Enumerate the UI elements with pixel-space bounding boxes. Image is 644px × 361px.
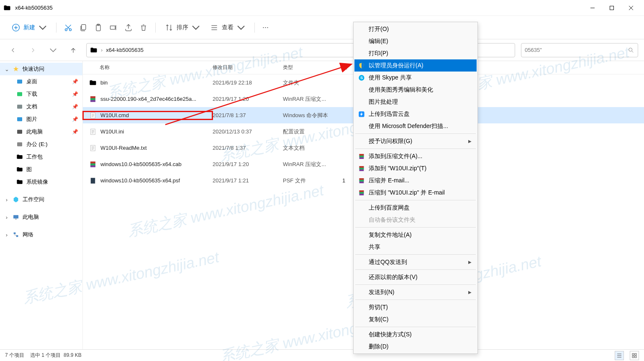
details-view-button[interactable] bbox=[615, 351, 624, 360]
menu-item[interactable]: 添加到 "W10UI.zip"(T) bbox=[354, 162, 477, 174]
menu-item[interactable]: 剪切(T) bbox=[354, 301, 477, 313]
svg-rect-34 bbox=[359, 156, 364, 157]
chevron-right-icon[interactable]: › bbox=[4, 232, 9, 238]
up-button[interactable] bbox=[66, 43, 80, 57]
chevron-down-icon[interactable]: ⌄ bbox=[4, 66, 9, 72]
large-icons-view-button[interactable] bbox=[630, 351, 639, 360]
svg-rect-43 bbox=[359, 192, 364, 194]
sidebar-item[interactable]: 桌面📌 bbox=[0, 75, 82, 88]
copy-button[interactable] bbox=[77, 21, 90, 34]
svg-rect-46 bbox=[635, 353, 636, 355]
menu-item[interactable]: 打开(O) bbox=[354, 23, 477, 35]
menu-item[interactable]: 授予访问权限(G)▶ bbox=[354, 135, 477, 147]
menu-item[interactable]: 上传到百度网盘 bbox=[354, 202, 477, 214]
menu-item[interactable]: 编辑(E) bbox=[354, 35, 477, 47]
pin-icon: 📌 bbox=[72, 91, 78, 97]
view-button[interactable]: 查看 bbox=[206, 21, 249, 34]
svg-rect-9 bbox=[17, 79, 22, 83]
minimize-button[interactable] bbox=[583, 1, 602, 15]
menu-item[interactable]: 复制(C) bbox=[354, 313, 477, 325]
column-name[interactable]: 名称 bbox=[83, 64, 213, 71]
svg-rect-26 bbox=[90, 161, 95, 164]
sidebar-item[interactable]: 图 bbox=[0, 163, 82, 176]
file-date: 2021/9/17 1:20 bbox=[213, 161, 283, 167]
menu-item[interactable]: 以管理员身份运行(A) bbox=[354, 59, 477, 72]
file-type: WinRAR 压缩文... bbox=[283, 161, 342, 168]
menu-item[interactable]: 删除(D) bbox=[354, 341, 477, 353]
menu-item[interactable]: 打印(P) bbox=[354, 47, 477, 59]
search-icon bbox=[628, 47, 634, 54]
menu-item[interactable]: 图片批处理 bbox=[354, 96, 477, 108]
file-date: 2021/9/17 1:20 bbox=[213, 96, 283, 102]
sidebar-item[interactable]: 此电脑📌 bbox=[0, 125, 82, 138]
breadcrumb[interactable]: x64-kb5005635 bbox=[106, 47, 144, 53]
search-input[interactable]: 05635" bbox=[521, 43, 638, 57]
svg-rect-36 bbox=[359, 166, 364, 168]
menu-item[interactable]: 共享 bbox=[354, 241, 477, 253]
menu-item[interactable]: 上传到迅雷云盘 bbox=[354, 108, 477, 120]
file-icon bbox=[89, 177, 97, 185]
menu-item[interactable]: 添加到压缩文件(A)... bbox=[354, 150, 477, 162]
svg-rect-15 bbox=[13, 215, 18, 218]
nav-bar: › x64-kb5005635 05635" bbox=[0, 39, 644, 61]
window-title: x64-kb5005635 bbox=[15, 5, 583, 11]
column-type[interactable]: 类型 bbox=[283, 64, 342, 71]
maximize-button[interactable] bbox=[602, 1, 621, 15]
trash-icon bbox=[139, 23, 148, 32]
paste-button[interactable] bbox=[92, 21, 105, 34]
menu-item[interactable]: 发送到(N)▶ bbox=[354, 286, 477, 298]
svg-rect-21 bbox=[90, 98, 95, 100]
sidebar-network[interactable]: › 网络 bbox=[0, 228, 82, 241]
file-type: WinRAR 压缩文... bbox=[283, 95, 342, 103]
sidebar-this-pc[interactable]: › 此电脑 bbox=[0, 211, 82, 223]
share-button[interactable] bbox=[122, 21, 135, 34]
menu-item[interactable]: 还原以前的版本(V) bbox=[354, 271, 477, 283]
skype-icon: S bbox=[358, 74, 365, 82]
svg-rect-4 bbox=[82, 24, 86, 30]
back-button[interactable] bbox=[6, 43, 20, 57]
menu-separator bbox=[355, 200, 476, 200]
sort-icon bbox=[165, 23, 173, 32]
chevron-right-icon[interactable]: › bbox=[4, 197, 9, 203]
svg-rect-47 bbox=[632, 356, 634, 358]
menu-item[interactable]: S使用 Skype 共享 bbox=[354, 72, 477, 84]
copy-icon bbox=[79, 23, 87, 32]
sidebar-item[interactable]: 工作包 bbox=[0, 151, 82, 163]
sort-button[interactable]: 排序 bbox=[161, 21, 204, 34]
file-date: 2021/7/8 1:37 bbox=[213, 112, 283, 118]
menu-item[interactable]: 创建快捷方式(S) bbox=[354, 328, 477, 341]
new-button[interactable]: 新建 bbox=[8, 21, 51, 34]
sidebar-item[interactable]: 图片📌 bbox=[0, 113, 82, 125]
more-button[interactable]: ··· bbox=[260, 20, 271, 34]
sidebar-item[interactable]: 下载📌 bbox=[0, 88, 82, 100]
sidebar-item[interactable]: 办公 (E:) bbox=[0, 138, 82, 151]
forward-button[interactable] bbox=[26, 43, 40, 57]
menu-item[interactable]: 复制文件地址(A) bbox=[354, 229, 477, 241]
menu-item[interactable]: 压缩并 E-mail... bbox=[354, 174, 477, 187]
svg-rect-13 bbox=[17, 130, 22, 133]
sidebar-item[interactable]: 系统镜像 bbox=[0, 176, 82, 188]
sidebar-workspace[interactable]: › 工作空间 bbox=[0, 193, 82, 206]
column-date[interactable]: 修改日期 bbox=[213, 64, 283, 71]
folder-icon bbox=[3, 4, 11, 12]
svg-rect-33 bbox=[359, 154, 364, 156]
file-date: 2020/12/13 0:37 bbox=[213, 128, 283, 135]
item-icon bbox=[16, 115, 23, 123]
svg-rect-42 bbox=[359, 190, 364, 192]
svg-text:S: S bbox=[360, 76, 363, 80]
delete-button[interactable] bbox=[137, 21, 150, 34]
rename-button[interactable] bbox=[107, 21, 120, 34]
menu-item[interactable]: 使用美图秀秀编辑和美化 bbox=[354, 84, 477, 96]
chevron-right-icon[interactable]: › bbox=[4, 214, 9, 220]
chevron-right-icon: ▶ bbox=[468, 260, 472, 264]
menu-item[interactable]: 压缩到 "W10UI.zip" 并 E-mail bbox=[354, 187, 477, 199]
sidebar-quick-access[interactable]: ⌄ 快速访问 bbox=[0, 63, 82, 75]
menu-item[interactable]: 使用 Microsoft Defender扫描... bbox=[354, 120, 477, 132]
workspace-icon bbox=[12, 196, 20, 203]
chevron-right-icon: ▶ bbox=[468, 139, 472, 143]
cut-button[interactable] bbox=[62, 21, 75, 34]
close-button[interactable] bbox=[621, 1, 641, 15]
menu-item[interactable]: 通过QQ发送到▶ bbox=[354, 256, 477, 268]
sidebar-item[interactable]: 文档📌 bbox=[0, 100, 82, 113]
recent-dropdown[interactable] bbox=[46, 43, 60, 57]
